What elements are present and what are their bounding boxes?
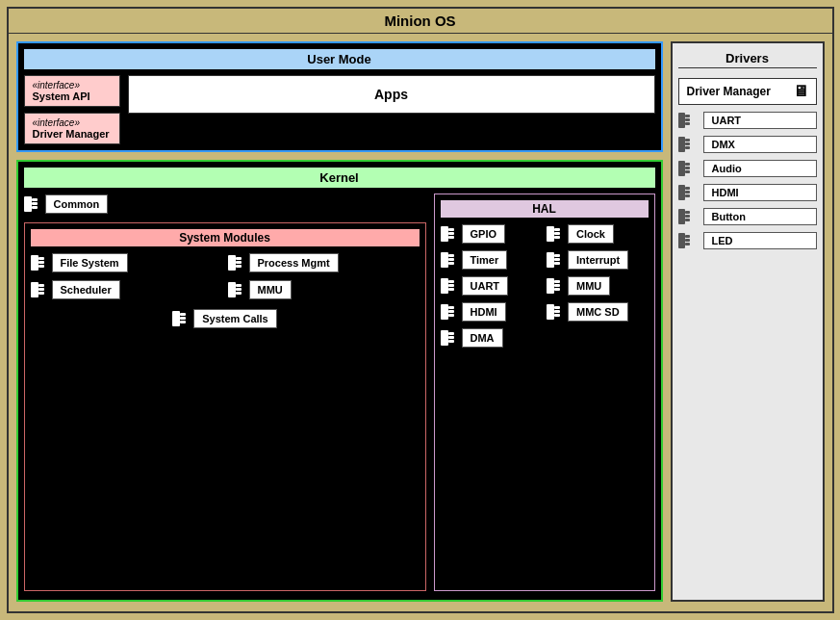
driver-manager-box-label: Driver Manager bbox=[687, 85, 771, 98]
svg-rect-31 bbox=[554, 236, 560, 239]
user-mode-inner: «interface» System API «interface» Drive… bbox=[24, 75, 655, 144]
driver-led-item: LED bbox=[678, 231, 817, 250]
user-mode-interfaces: «interface» System API «interface» Drive… bbox=[24, 75, 120, 144]
svg-rect-9 bbox=[236, 257, 242, 260]
hal-title: HAL bbox=[441, 200, 649, 218]
svg-rect-73 bbox=[685, 187, 690, 190]
svg-rect-33 bbox=[448, 254, 454, 257]
hal-hdmi-component: HDMI bbox=[441, 301, 543, 323]
connector-icon-gpio bbox=[441, 223, 462, 245]
hal-dma-label: DMA bbox=[462, 328, 503, 348]
svg-rect-52 bbox=[547, 304, 554, 320]
svg-rect-24 bbox=[441, 226, 448, 242]
svg-rect-56 bbox=[441, 330, 448, 346]
svg-rect-74 bbox=[685, 191, 690, 194]
svg-rect-49 bbox=[448, 306, 454, 309]
svg-rect-53 bbox=[554, 306, 560, 309]
connector-icon-hal-dma bbox=[441, 327, 462, 349]
interrupt-label: Interrupt bbox=[568, 250, 628, 270]
svg-rect-13 bbox=[38, 284, 44, 287]
svg-rect-17 bbox=[236, 284, 242, 287]
driver-dmx-label: DMX bbox=[703, 136, 817, 153]
main-container: Minion OS User Mode «interface» System A… bbox=[7, 7, 834, 613]
connector-icon-driver-led bbox=[678, 231, 700, 250]
driver-led-label: LED bbox=[703, 232, 817, 249]
hal-dma-component: DMA bbox=[441, 327, 543, 349]
driver-audio-label: Audio bbox=[703, 160, 817, 177]
svg-rect-39 bbox=[554, 262, 560, 265]
hal-uart-component: UART bbox=[441, 275, 543, 297]
driver-button-label: Button bbox=[703, 208, 817, 225]
svg-rect-69 bbox=[685, 163, 690, 166]
timer-label: Timer bbox=[462, 250, 508, 270]
mmu-component: MMU bbox=[228, 279, 420, 300]
system-api-stereo: «interface» bbox=[33, 80, 112, 90]
svg-rect-27 bbox=[448, 236, 454, 239]
hal-mmcsd-label: MMC SD bbox=[568, 302, 628, 322]
svg-rect-60 bbox=[678, 113, 685, 128]
svg-rect-81 bbox=[685, 235, 690, 238]
syscalls-area: System Calls bbox=[31, 308, 420, 329]
driver-manager-interface-label: Driver Manager bbox=[33, 128, 112, 140]
connector-icon-hal-mmu bbox=[547, 275, 568, 297]
common-label: Common bbox=[45, 194, 109, 214]
svg-rect-45 bbox=[554, 280, 560, 283]
svg-rect-82 bbox=[685, 239, 690, 242]
svg-rect-28 bbox=[547, 226, 554, 242]
svg-rect-75 bbox=[685, 194, 690, 197]
svg-rect-5 bbox=[38, 257, 44, 260]
connector-icon-interrupt bbox=[547, 249, 568, 271]
scheduler-component: Scheduler bbox=[31, 279, 222, 300]
svg-rect-70 bbox=[685, 167, 690, 169]
connector-icon-mmu bbox=[228, 279, 249, 300]
system-modules-box: System Modules bbox=[24, 222, 426, 591]
user-mode-title: User Mode bbox=[24, 49, 655, 69]
svg-rect-7 bbox=[38, 265, 44, 268]
svg-rect-35 bbox=[448, 262, 454, 265]
driver-hdmi-label: HDMI bbox=[703, 184, 817, 201]
svg-rect-0 bbox=[24, 196, 32, 212]
process-mgmt-label: Process Mgmt bbox=[249, 253, 339, 272]
svg-rect-54 bbox=[554, 310, 560, 313]
svg-rect-8 bbox=[228, 255, 236, 271]
content-area: User Mode «interface» System API «interf… bbox=[9, 34, 832, 609]
svg-rect-68 bbox=[678, 161, 685, 176]
driver-audio-item: Audio bbox=[678, 159, 817, 178]
hal-box: HAL GPIO bbox=[434, 194, 655, 591]
driver-hdmi-item: HDMI bbox=[678, 183, 817, 202]
svg-rect-63 bbox=[685, 122, 690, 125]
hal-mmu-component: MMU bbox=[547, 275, 649, 297]
svg-rect-76 bbox=[678, 209, 685, 224]
scheduler-label: Scheduler bbox=[52, 280, 120, 299]
svg-rect-48 bbox=[441, 304, 448, 320]
svg-rect-51 bbox=[448, 314, 454, 317]
svg-rect-26 bbox=[448, 232, 454, 235]
svg-rect-78 bbox=[685, 215, 690, 218]
svg-rect-43 bbox=[448, 288, 454, 291]
svg-rect-72 bbox=[678, 185, 685, 200]
mmu-label: MMU bbox=[249, 280, 292, 299]
hal-uart-label: UART bbox=[462, 276, 509, 296]
svg-rect-2 bbox=[32, 202, 38, 205]
connector-icon-processmgmt bbox=[228, 252, 249, 273]
svg-rect-10 bbox=[236, 261, 242, 264]
driver-dmx-item: DMX bbox=[678, 135, 817, 154]
svg-rect-6 bbox=[38, 261, 44, 264]
file-system-component: File System bbox=[31, 252, 222, 273]
svg-rect-61 bbox=[685, 115, 690, 117]
driver-manager-box: Driver Manager 🖥 bbox=[678, 78, 817, 105]
driver-button-item: Button bbox=[678, 207, 817, 226]
svg-rect-41 bbox=[448, 280, 454, 283]
svg-rect-36 bbox=[547, 252, 554, 268]
svg-rect-38 bbox=[554, 258, 560, 261]
svg-rect-42 bbox=[448, 284, 454, 287]
gpio-component: GPIO bbox=[441, 223, 543, 245]
driver-uart-label: UART bbox=[703, 112, 817, 129]
svg-rect-64 bbox=[678, 137, 685, 152]
kernel-left: Common System Modules bbox=[24, 194, 426, 591]
svg-rect-25 bbox=[448, 228, 454, 231]
svg-rect-40 bbox=[441, 278, 448, 294]
svg-rect-20 bbox=[172, 311, 180, 326]
svg-rect-23 bbox=[180, 321, 186, 323]
gpio-label: GPIO bbox=[462, 224, 506, 244]
